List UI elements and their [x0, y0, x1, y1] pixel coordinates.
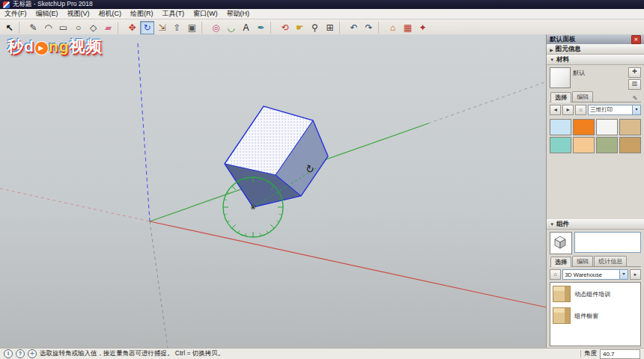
materials-title: 材料: [556, 55, 569, 64]
material-swatch-7[interactable]: [596, 137, 618, 153]
warehouse-button[interactable]: ⌂: [386, 21, 400, 34]
status-bar: i ? ✛ 选取旋转角或输入值，接近量角器可进行捕捉。 Ctrl = 切换拷贝。…: [0, 348, 644, 359]
redo-button[interactable]: ↷: [362, 21, 376, 34]
orbit-tool[interactable]: ⟲: [278, 21, 292, 34]
component-list-item[interactable]: 组件橱窗: [553, 306, 638, 325]
details-arrow-icon[interactable]: ▸: [630, 269, 641, 280]
materials-collection-dropdown[interactable]: 三维打印 ▾: [588, 105, 641, 115]
model-cube[interactable]: [225, 106, 328, 207]
component-list-item[interactable]: 动态组件培训: [553, 284, 638, 304]
components-body: 选择 编辑 统计信息 ⌂ 3D Warehouse ▾ ▸ 动态组件培训组件橱窗: [547, 230, 644, 349]
create-material-button[interactable]: ✚: [628, 67, 641, 78]
component-preview-thumbnail: [550, 232, 572, 254]
info-icon[interactable]: i: [4, 349, 13, 358]
help-icon[interactable]: ?: [16, 349, 25, 358]
in-model-home-icon[interactable]: ⌂: [575, 105, 586, 115]
protractor-tool[interactable]: ◡: [224, 21, 238, 34]
components-collection-dropdown[interactable]: 3D Warehouse ▾: [562, 269, 628, 280]
window-title: 无标题 - SketchUp Pro 2018: [13, 0, 93, 9]
arc-tool[interactable]: ◠: [41, 21, 55, 34]
tape-measure-tool[interactable]: ◎: [209, 21, 223, 34]
rectangle-tool[interactable]: ▭: [56, 21, 70, 34]
menu-item-2[interactable]: 编辑(E): [31, 9, 63, 19]
move-tool[interactable]: ✥: [125, 21, 139, 34]
rotate-tool[interactable]: ↻: [140, 21, 154, 34]
extension-button[interactable]: ✦: [416, 21, 430, 34]
tray-close-icon[interactable]: ✕: [631, 35, 641, 44]
material-swatch-4[interactable]: [619, 119, 641, 135]
menu-item-5[interactable]: 绘图(R): [126, 9, 158, 19]
push-pull-tool[interactable]: ⇧: [170, 21, 184, 34]
tray-title: 默认面板: [550, 35, 575, 44]
material-name: 默认: [573, 67, 626, 90]
offset-tool[interactable]: ▣: [185, 21, 199, 34]
material-swatch-8[interactable]: [619, 137, 641, 153]
component-name-field[interactable]: [574, 232, 641, 253]
components-title: 组件: [556, 220, 569, 229]
materials-collection-value: 三维打印: [590, 106, 613, 114]
geolocation-icon[interactable]: ✛: [28, 349, 37, 358]
default-tray-panel: 默认面板 ✕ ▶ 图元信息 ▼ 材料 默认 ✚ ▥ 选择 编辑 ✎: [546, 34, 644, 349]
component-thumbnail-icon: [553, 286, 571, 302]
sample-paint-icon[interactable]: ✎: [630, 95, 640, 102]
components-tab-select[interactable]: 选择: [550, 257, 571, 267]
watermark-logo: 秒d▶ng视频: [7, 36, 102, 57]
in-model-home-icon[interactable]: ⌂: [550, 269, 561, 280]
menu-item-7[interactable]: 窗口(W): [189, 9, 222, 19]
entity-info-section-header[interactable]: ▶ 图元信息: [547, 44, 644, 55]
menu-item-6[interactable]: 工具(T): [158, 9, 189, 19]
paint-bucket-tool[interactable]: ✒: [254, 21, 268, 34]
line-tool[interactable]: ✎: [26, 21, 40, 34]
dropdown-arrow-icon: ▾: [632, 105, 640, 114]
components-collection-value: 3D Warehouse: [565, 271, 602, 278]
materials-tab-edit[interactable]: 编辑: [572, 91, 593, 102]
menu-item-3[interactable]: 视图(V): [63, 9, 94, 19]
materials-tabs: 选择 编辑 ✎: [550, 92, 641, 102]
material-swatch-1[interactable]: [550, 119, 571, 135]
materials-section-header[interactable]: ▼ 材料: [547, 55, 644, 65]
material-swatch-2[interactable]: [573, 119, 595, 135]
zoom-tool[interactable]: ⚲: [308, 21, 322, 34]
panel-empty-area: [547, 156, 644, 219]
menu-item-8[interactable]: 帮助(H): [222, 9, 255, 19]
measurement-value-box[interactable]: 40.7: [600, 349, 640, 359]
components-tab-statistics[interactable]: 统计信息: [594, 256, 627, 266]
chevron-down-icon: ▼: [550, 58, 554, 62]
entity-info-title: 图元信息: [556, 45, 581, 54]
components-nav-row: ⌂ 3D Warehouse ▾ ▸: [550, 269, 641, 280]
pan-tool[interactable]: ☛: [293, 21, 307, 34]
layout-button[interactable]: ▦: [401, 21, 415, 34]
circle-tool[interactable]: ○: [71, 21, 85, 34]
material-swatch-5[interactable]: [550, 137, 571, 153]
material-preview-thumbnail: [550, 67, 571, 88]
components-tab-edit[interactable]: 编辑: [572, 256, 593, 266]
undo-button[interactable]: ↶: [347, 21, 361, 34]
drawing-canvas[interactable]: ↻ 秒d▶ng视频: [0, 34, 546, 349]
polygon-tool[interactable]: ◇: [86, 21, 100, 34]
components-section-header[interactable]: ▼ 组件: [547, 219, 644, 230]
materials-tab-select[interactable]: 选择: [550, 92, 571, 102]
scale-tool[interactable]: ⇲: [155, 21, 169, 34]
back-arrow-icon[interactable]: ◄: [550, 105, 561, 115]
component-list: 动态组件培训组件橱窗: [550, 282, 641, 346]
material-swatch-3[interactable]: [596, 119, 618, 135]
dropdown-arrow-icon: ▾: [619, 270, 628, 279]
tray-header: 默认面板 ✕: [547, 34, 644, 44]
set-default-material-button[interactable]: ▥: [628, 79, 641, 90]
materials-nav-row: ◄ ► ⌂ 三维打印 ▾: [550, 105, 641, 115]
menu-item-1[interactable]: 文件(F): [0, 9, 31, 19]
material-swatch-6[interactable]: [573, 137, 595, 153]
title-bar: 无标题 - SketchUp Pro 2018: [0, 0, 644, 9]
zoom-extents-tool[interactable]: ⊞: [323, 21, 337, 34]
menu-item-4[interactable]: 相机(C): [94, 9, 127, 19]
menu-bar: 文件(F)编辑(E)视图(V)相机(C)绘图(R)工具(T)窗口(W)帮助(H): [0, 9, 644, 19]
toolbar-separator: [339, 22, 344, 34]
component-item-label: 组件橱窗: [574, 312, 598, 320]
select-tool[interactable]: ↖: [2, 21, 16, 34]
text-tool[interactable]: A: [239, 21, 253, 34]
forward-arrow-icon[interactable]: ►: [562, 105, 574, 115]
eraser-tool[interactable]: ▰: [101, 21, 115, 34]
material-swatches: [550, 117, 641, 154]
component-item-label: 动态组件培训: [574, 290, 610, 298]
component-thumbnail-icon: [553, 307, 571, 324]
